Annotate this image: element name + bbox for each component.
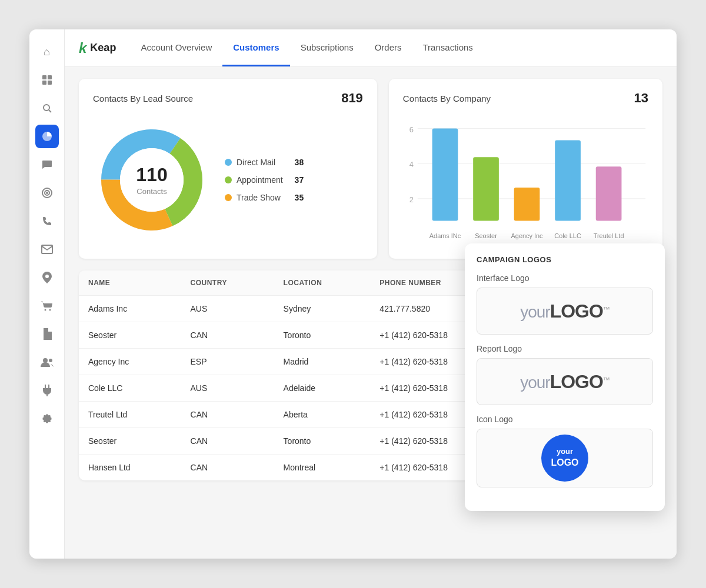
cell-location: Madrid (274, 349, 371, 375)
chart-total-lead-source: 819 (341, 91, 363, 106)
interface-logo-box[interactable]: yourLOGO™ (477, 288, 653, 335)
sidebar: ⌂ (29, 29, 65, 559)
cell-name: Seoster (79, 322, 181, 349)
top-nav: k Keap Account Overview Customers Subscr… (65, 29, 677, 67)
chart-total-company: 13 (634, 91, 648, 106)
svg-point-11 (43, 358, 48, 363)
logo-k-icon: k (79, 40, 86, 56)
svg-point-4 (44, 105, 49, 111)
svg-text:2: 2 (409, 195, 414, 204)
main-content: k Keap Account Overview Customers Subscr… (65, 29, 677, 559)
sidebar-item-file[interactable] (35, 322, 59, 346)
nav-tabs: Account Overview Customers Subscriptions… (130, 29, 483, 66)
contacts-by-company-card: Contacts By Company 13 6 4 2 (389, 79, 662, 259)
sidebar-item-mail[interactable] (35, 238, 59, 261)
sidebar-item-chat[interactable] (35, 153, 59, 176)
cell-country: AUS (181, 375, 274, 402)
svg-text:Seoster: Seoster (475, 232, 497, 239)
icon-logo-label: Icon Logo (477, 415, 653, 424)
legend-item-direct-mail: Direct Mail 38 (225, 158, 304, 167)
icon-logo-circle-line2: LOGO (551, 457, 578, 469)
campaign-panel-title: CAMPAIGN LOGOS (477, 255, 653, 264)
legend-dot-appointment (225, 176, 232, 183)
tab-customers[interactable]: Customers (222, 29, 289, 66)
bar-chart-svg: 6 4 2 (403, 115, 648, 245)
legend-dot-trade-show (225, 194, 232, 201)
contacts-by-lead-source-card: Contacts By Lead Source 819 (79, 79, 377, 259)
svg-rect-13 (45, 385, 46, 388)
cell-location: Sydney (274, 296, 371, 322)
donut-legend: Direct Mail 38 Appointment 37 (225, 158, 304, 202)
svg-rect-2 (42, 81, 46, 85)
cell-country: CAN (181, 402, 274, 428)
svg-rect-27 (432, 129, 458, 221)
svg-rect-1 (48, 75, 52, 79)
campaign-logos-panel: CAMPAIGN LOGOS Interface Logo yourLOGO™ … (465, 243, 665, 511)
svg-rect-30 (555, 140, 581, 220)
legend-label-trade-show: Trade Show (237, 193, 283, 202)
chart-title-lead-source: Contacts By Lead Source (93, 93, 193, 103)
sidebar-item-search[interactable] (35, 96, 59, 120)
report-logo-label: Report Logo (477, 344, 653, 353)
donut-chart: 110 Contacts (93, 121, 211, 239)
donut-center-number: 110 (136, 164, 167, 186)
cell-location: Adelaide (274, 375, 371, 402)
sidebar-item-plug[interactable] (35, 379, 59, 402)
legend-label-appointment: Appointment (237, 175, 283, 185)
svg-rect-3 (48, 81, 52, 85)
legend-value-direct-mail: 38 (295, 158, 304, 167)
cell-name: Agency Inc (79, 349, 181, 375)
icon-logo-circle-line1: your (557, 447, 573, 457)
legend-item-appointment: Appointment 37 (225, 175, 304, 185)
cell-location: Toronto (274, 428, 371, 455)
cell-country: CAN (181, 428, 274, 455)
legend-value-appointment: 37 (295, 175, 304, 185)
donut-center: 110 Contacts (136, 164, 167, 196)
report-logo-box[interactable]: yourLOGO™ (477, 358, 653, 405)
logo-name: Keap (90, 42, 116, 54)
svg-text:Treutel Ltd: Treutel Ltd (594, 232, 624, 239)
cell-name: Hansen Ltd (79, 455, 181, 481)
svg-text:6: 6 (409, 125, 414, 134)
svg-text:Cole LLC: Cole LLC (554, 232, 581, 239)
legend-label-direct-mail: Direct Mail (237, 158, 283, 167)
sidebar-item-dashboard[interactable] (35, 68, 59, 92)
col-country: COUNTRY (181, 270, 274, 296)
tab-transactions[interactable]: Transactions (412, 29, 484, 66)
col-location: LOCATION (274, 270, 371, 296)
sidebar-item-cart[interactable] (35, 294, 59, 318)
chart-header-lead-source: Contacts By Lead Source 819 (93, 91, 363, 106)
tab-subscriptions[interactable]: Subscriptions (290, 29, 364, 66)
svg-point-8 (46, 192, 48, 193)
cell-name: Cole LLC (79, 375, 181, 402)
sidebar-item-settings[interactable] (35, 407, 59, 430)
cell-country: CAN (181, 455, 274, 481)
icon-logo-box[interactable]: your LOGO (477, 429, 653, 487)
svg-rect-14 (48, 385, 49, 388)
sidebar-item-phone[interactable] (35, 209, 59, 233)
sidebar-item-pie[interactable] (35, 125, 59, 148)
tab-account-overview[interactable]: Account Overview (130, 29, 222, 66)
interface-logo-label: Interface Logo (477, 273, 653, 283)
svg-point-10 (49, 309, 51, 311)
svg-rect-29 (514, 188, 540, 221)
sidebar-item-users[interactable] (35, 350, 59, 374)
cell-name: Treutel Ltd (79, 402, 181, 428)
cell-name: Adams Inc (79, 296, 181, 322)
cell-location: Aberta (274, 402, 371, 428)
svg-point-9 (44, 309, 46, 311)
sidebar-item-location[interactable] (35, 266, 59, 289)
cell-country: ESP (181, 349, 274, 375)
sidebar-item-target[interactable] (35, 181, 59, 205)
interface-logo-text: yourLOGO™ (520, 300, 610, 322)
sidebar-item-home[interactable]: ⌂ (35, 40, 59, 64)
chart-title-company: Contacts By Company (403, 93, 491, 103)
svg-line-5 (49, 110, 51, 112)
svg-rect-31 (596, 166, 622, 220)
cell-country: CAN (181, 322, 274, 349)
tab-orders[interactable]: Orders (364, 29, 412, 66)
legend-item-trade-show: Trade Show 35 (225, 193, 304, 202)
donut-center-text: Contacts (136, 187, 166, 196)
svg-text:Adams INc: Adams INc (429, 232, 461, 239)
charts-row: Contacts By Lead Source 819 (79, 79, 662, 259)
